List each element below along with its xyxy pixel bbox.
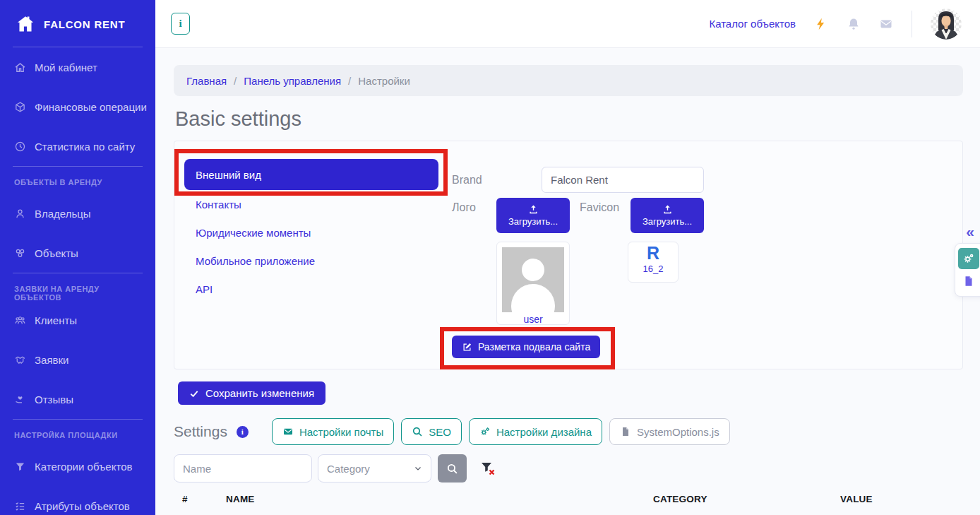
column-header-category[interactable]: CATEGORY [653, 494, 840, 504]
page-content: Главная / Панель управления / Настройки … [155, 48, 980, 504]
sidebar-item-objects[interactable]: Объекты [0, 233, 155, 273]
sidebar-item-my-cabinet[interactable]: Мой кабинет [0, 47, 155, 87]
sidebar: FALCON RENT Мой кабинет Финансовые опера… [0, 0, 155, 515]
favicon-preview-image: R [628, 244, 678, 262]
side-tools-panel: « [952, 225, 980, 297]
envelope-icon [282, 426, 294, 437]
edit-icon [462, 342, 472, 353]
mail-settings-button[interactable]: Настройки почты [272, 418, 394, 445]
page-title: Basic settings [175, 107, 963, 131]
collapse-panel-icon[interactable]: « [952, 225, 980, 239]
cube-icon [14, 101, 26, 113]
breadcrumb: Главная / Панель управления / Настройки [174, 65, 963, 96]
breadcrumb-home[interactable]: Главная [186, 75, 227, 87]
sidebar-section-requests: ЗАЯВКИ НА АРЕНДУ ОБЪЕКТОВ [0, 273, 155, 300]
envelope-icon[interactable] [879, 17, 893, 31]
tab-appearance[interactable]: Внешний вид [184, 159, 438, 190]
logo-upload-button[interactable]: Загрузить... [496, 198, 570, 233]
home-icon [14, 61, 26, 73]
search-button[interactable] [438, 454, 467, 483]
design-tools-button[interactable] [958, 248, 979, 269]
settings-title: Settings [174, 423, 227, 440]
bell-icon[interactable] [847, 17, 861, 31]
breadcrumb-separator: / [348, 75, 351, 87]
tab-mobile-app[interactable]: Мобильное приложение [184, 247, 452, 275]
tab-legal[interactable]: Юридические моменты [184, 218, 452, 247]
catalog-link[interactable]: Каталог объектов [709, 18, 796, 30]
header-divider [912, 11, 912, 37]
page-file-button[interactable] [958, 271, 979, 292]
main-area: i Каталог объектов [155, 0, 980, 515]
file-icon [962, 275, 975, 288]
objects-icon [14, 247, 26, 259]
sidebar-item-statistics[interactable]: Статистика по сайту [0, 126, 155, 166]
sidebar-item-label: Атрибуты объектов [35, 500, 130, 512]
sidebar-item-owners[interactable]: Владельцы [0, 194, 155, 233]
design-settings-button[interactable]: Настройки дизайна [469, 418, 602, 445]
handshake-icon [14, 354, 26, 366]
sidebar-section-objects: ОБЪЕКТЫ В АРЕНДУ [0, 167, 155, 194]
sidebar-item-reviews[interactable]: Отзывы [0, 379, 155, 419]
settings-card: Внешний вид Контакты Юридические моменты… [174, 141, 963, 369]
check-icon [189, 389, 199, 398]
sidebar-item-attributes[interactable]: Атрибуты объектов [0, 486, 155, 515]
settings-toolbar: Settings i Настройки почты SEO Настройки… [174, 418, 963, 445]
filter-row: Category [174, 454, 963, 483]
reviews-icon [14, 393, 26, 406]
clock-icon [14, 141, 26, 153]
sidebar-item-label: Финансовые операции [35, 101, 147, 113]
app-logo[interactable]: FALCON RENT [0, 0, 155, 47]
brand-input[interactable] [542, 167, 704, 193]
logo-preview-link[interactable]: user [523, 314, 542, 325]
tab-contacts[interactable]: Контакты [184, 190, 452, 218]
seo-button[interactable]: SEO [401, 418, 462, 445]
favicon-preview-card: R 16_2 [628, 242, 679, 283]
sidebar-item-finance[interactable]: Финансовые операции [0, 87, 155, 126]
settings-info-icon[interactable]: i [237, 426, 249, 438]
column-header-name[interactable]: NAME [226, 494, 653, 504]
home-logo-icon [16, 14, 35, 34]
search-icon [446, 463, 458, 475]
favicon-label: Favicon [580, 198, 631, 214]
avatar[interactable] [931, 8, 962, 40]
sidebar-item-label: Категории объектов [35, 461, 132, 473]
favicon-preview-link[interactable]: 16_2 [643, 264, 664, 274]
footer-markup-button[interactable]: Разметка подвала сайта [452, 336, 600, 358]
sidebar-item-requests[interactable]: Заявки [0, 340, 155, 379]
attributes-icon [14, 500, 26, 512]
appearance-form: Brand Лого Загрузить... Favicon Загрузит… [452, 159, 962, 369]
settings-tabs: Внешний вид Контакты Юридические моменты… [184, 159, 452, 369]
gears-icon [479, 426, 491, 437]
sidebar-item-label: Отзывы [35, 393, 73, 406]
column-header-value[interactable]: VALUE [840, 494, 963, 504]
app-title: FALCON RENT [44, 18, 125, 30]
logo-preview-card: user [496, 242, 570, 325]
gears-icon [962, 252, 975, 265]
sidebar-item-label: Заявки [35, 354, 68, 366]
owner-icon [14, 208, 26, 220]
bolt-icon[interactable] [814, 17, 828, 31]
category-select[interactable]: Category [318, 454, 431, 483]
file-icon [620, 426, 631, 437]
sidebar-item-categories[interactable]: Категории объектов [0, 446, 155, 486]
search-icon [412, 426, 423, 437]
info-button[interactable]: i [171, 13, 190, 35]
breadcrumb-panel[interactable]: Панель управления [244, 75, 341, 87]
favicon-upload-button[interactable]: Загрузить... [631, 198, 704, 233]
logo-placeholder-image [502, 247, 564, 312]
upload-icon [662, 204, 673, 215]
save-changes-button[interactable]: Сохранить изменения [178, 381, 325, 405]
sidebar-item-label: Владельцы [35, 208, 91, 220]
sidebar-item-label: Объекты [35, 247, 78, 259]
tab-api[interactable]: API [184, 275, 452, 303]
sidebar-item-label: Мой кабинет [35, 61, 97, 73]
column-header-number[interactable]: # [182, 494, 226, 504]
filter-icon [14, 461, 26, 473]
logo-label: Лого [452, 198, 496, 214]
sidebar-item-clients[interactable]: Клиенты [0, 300, 155, 340]
system-options-button[interactable]: SystemOptions.js [609, 418, 730, 445]
sidebar-section-site-settings: НАСТРОЙКА ПЛОЩАДКИ [0, 420, 155, 446]
breadcrumb-separator: / [234, 75, 237, 87]
clear-filter-icon[interactable] [479, 460, 496, 477]
name-filter-input[interactable] [174, 454, 312, 483]
